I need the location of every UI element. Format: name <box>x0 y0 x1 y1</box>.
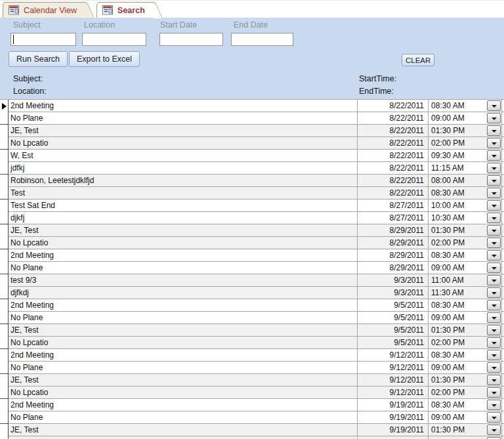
time-combobox[interactable]: 11:00 AM <box>428 274 502 286</box>
time-combobox[interactable]: 09:00 AM <box>428 362 502 373</box>
date-cell[interactable]: 8/22/2011 <box>357 187 427 199</box>
date-cell[interactable]: 8/29/2011 <box>357 237 427 249</box>
time-combobox[interactable]: 09:00 AM <box>428 112 502 124</box>
date-cell[interactable]: 8/27/2011 <box>357 212 427 224</box>
run-search-button[interactable]: Run Search <box>9 51 68 67</box>
time-dropdown-button[interactable] <box>487 387 501 398</box>
time-combobox[interactable]: 08:30 AM <box>428 249 502 261</box>
subject-cell[interactable]: djfkdj <box>9 287 357 299</box>
record-selector[interactable] <box>0 249 9 274</box>
time-dropdown-button[interactable] <box>487 275 501 285</box>
time-combobox[interactable]: 08:30 AM <box>428 299 502 311</box>
time-combobox[interactable]: 02:00 PM <box>428 337 502 348</box>
time-combobox[interactable]: 09:00 AM <box>428 411 502 423</box>
time-dropdown-button[interactable] <box>487 125 501 136</box>
subject-cell[interactable]: No Plane <box>9 262 357 274</box>
record-selector[interactable] <box>0 324 9 349</box>
date-cell[interactable]: 9/19/2011 <box>357 411 427 423</box>
subject-cell[interactable]: jdfkj <box>9 162 357 174</box>
record-selector[interactable] <box>0 274 9 299</box>
subject-cell[interactable]: Test <box>9 187 357 199</box>
date-cell[interactable]: 8/22/2011 <box>357 100 427 112</box>
date-cell[interactable]: 9/19/2011 <box>357 424 427 436</box>
subject-cell[interactable]: JE, Test <box>9 424 357 436</box>
date-cell[interactable]: 9/19/2011 <box>357 399 427 411</box>
date-cell[interactable]: 8/22/2011 <box>357 162 427 174</box>
record-selector[interactable] <box>0 349 9 374</box>
time-dropdown-button[interactable] <box>487 163 501 173</box>
subject-cell[interactable]: JE, Test <box>9 324 357 336</box>
time-dropdown-button[interactable] <box>487 262 501 273</box>
date-cell[interactable]: 8/22/2011 <box>357 137 427 149</box>
time-combobox[interactable]: 01:30 PM <box>428 424 502 436</box>
subject-cell[interactable]: No Plane <box>9 411 357 423</box>
date-cell[interactable]: 9/5/2011 <box>357 324 427 336</box>
time-dropdown-button[interactable] <box>487 138 501 148</box>
record-selector[interactable] <box>0 199 9 224</box>
date-cell[interactable]: 9/5/2011 <box>357 312 427 324</box>
time-dropdown-button[interactable] <box>487 225 501 236</box>
time-dropdown-button[interactable] <box>487 400 501 410</box>
subject-input[interactable] <box>10 33 76 46</box>
time-combobox[interactable]: 11:30 AM <box>428 287 502 299</box>
subject-cell[interactable]: No Plane <box>9 112 357 124</box>
date-cell[interactable]: 8/22/2011 <box>357 175 427 186</box>
date-cell[interactable]: 8/22/2011 <box>357 112 427 124</box>
export-to-excel-button[interactable]: Export to Excel <box>69 51 140 67</box>
time-combobox[interactable]: 11:15 AM <box>428 162 502 174</box>
date-cell[interactable]: 9/12/2011 <box>357 387 427 398</box>
date-cell[interactable]: 8/22/2011 <box>357 125 427 136</box>
time-combobox[interactable]: 02:00 PM <box>428 387 502 398</box>
date-cell[interactable]: 9/5/2011 <box>357 337 427 348</box>
time-dropdown-button[interactable] <box>487 425 501 435</box>
subject-cell[interactable]: 2nd Meeting <box>9 249 357 261</box>
time-combobox[interactable]: 09:00 AM <box>428 312 502 324</box>
time-dropdown-button[interactable] <box>487 175 501 186</box>
subject-cell[interactable]: No Lpcatio <box>9 237 357 249</box>
time-dropdown-button[interactable] <box>487 113 501 123</box>
tab-calendar-view[interactable]: Calendar View <box>3 2 83 18</box>
time-dropdown-button[interactable] <box>487 362 501 373</box>
record-selector[interactable] <box>0 150 9 175</box>
subject-cell[interactable]: No Plane <box>9 362 357 373</box>
date-cell[interactable]: 8/27/2011 <box>357 199 427 211</box>
time-combobox[interactable]: 08:30 AM <box>428 399 502 411</box>
subject-cell[interactable]: JE, Test <box>9 374 357 386</box>
time-dropdown-button[interactable] <box>487 300 501 310</box>
record-selector[interactable] <box>0 100 9 125</box>
time-dropdown-button[interactable] <box>487 238 501 248</box>
time-combobox[interactable]: 09:30 AM <box>428 150 502 161</box>
date-cell[interactable]: 9/12/2011 <box>357 362 427 373</box>
time-dropdown-button[interactable] <box>487 312 501 323</box>
time-combobox[interactable]: 02:00 PM <box>428 137 502 149</box>
time-combobox[interactable]: 08:00 AM <box>428 175 502 186</box>
time-combobox[interactable]: 01:30 PM <box>428 324 502 336</box>
record-selector[interactable] <box>0 125 9 150</box>
location-input[interactable] <box>82 33 146 46</box>
subject-cell[interactable]: JE, Test <box>9 224 357 236</box>
subject-cell[interactable]: test 9/3 <box>9 274 357 286</box>
time-dropdown-button[interactable] <box>487 337 501 348</box>
subject-cell[interactable]: JE, Test <box>9 125 357 136</box>
record-selector[interactable] <box>0 175 9 199</box>
subject-cell[interactable]: 2nd Meeting <box>9 100 357 112</box>
subject-cell[interactable]: djkfj <box>9 212 357 224</box>
time-combobox[interactable]: 08:30 AM <box>428 100 502 112</box>
subject-cell[interactable]: No Lpcatio <box>9 387 357 398</box>
time-combobox[interactable]: 02:00 PM <box>428 237 502 249</box>
date-cell[interactable]: 9/3/2011 <box>357 274 427 286</box>
time-combobox[interactable]: 02:00 PM <box>428 436 502 439</box>
subject-cell[interactable]: Robinson, Leetestjdklfjd <box>9 175 357 186</box>
subject-cell[interactable]: 2nd Meeting <box>9 399 357 411</box>
date-cell[interactable]: 8/29/2011 <box>357 224 427 236</box>
time-dropdown-button[interactable] <box>487 325 501 335</box>
time-dropdown-button[interactable] <box>487 287 501 298</box>
date-cell[interactable]: 9/5/2011 <box>357 299 427 311</box>
record-selector[interactable] <box>0 424 9 439</box>
date-cell[interactable]: 8/29/2011 <box>357 249 427 261</box>
subject-cell[interactable]: No Lpcatio <box>9 137 357 149</box>
subject-cell[interactable]: No Lpcatio <box>9 436 357 439</box>
date-cell[interactable]: 8/29/2011 <box>357 262 427 274</box>
date-cell[interactable]: 8/22/2011 <box>357 150 427 161</box>
time-dropdown-button[interactable] <box>487 375 501 385</box>
